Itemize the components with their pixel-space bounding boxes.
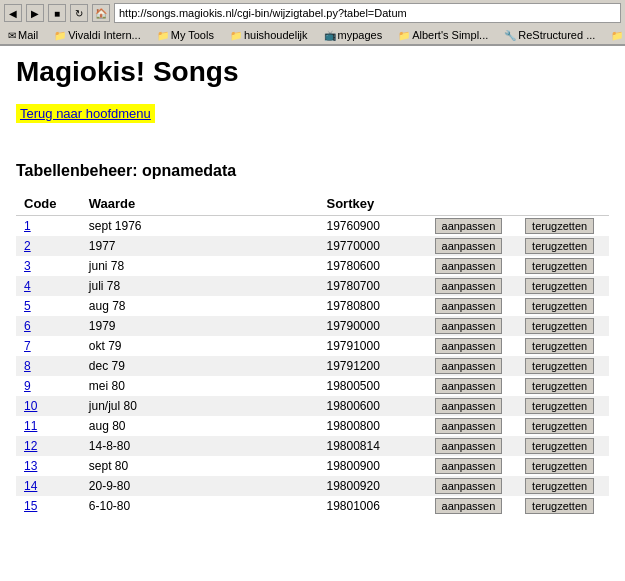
bookmark-vivaldi-label: Vivaldi Intern... xyxy=(68,29,141,41)
aanpassen-button[interactable]: aanpassen xyxy=(435,418,503,434)
nav-stop-button[interactable]: ■ xyxy=(48,4,66,22)
aanpassen-button[interactable]: aanpassen xyxy=(435,338,503,354)
bookmark-mail[interactable]: ✉ Mail xyxy=(4,28,42,42)
cell-sortkey: 19791000 xyxy=(318,336,426,356)
aanpassen-button[interactable]: aanpassen xyxy=(435,498,503,514)
cell-code[interactable]: 1 xyxy=(16,216,81,237)
terugzetten-button[interactable]: terugzetten xyxy=(525,258,594,274)
aanpassen-button[interactable]: aanpassen xyxy=(435,318,503,334)
terugzetten-button[interactable]: terugzetten xyxy=(525,318,594,334)
page-content: Magiokis! Songs Terug naar hoofdmenu Tab… xyxy=(0,46,625,526)
cell-code[interactable]: 11 xyxy=(16,416,81,436)
cell-code[interactable]: 2 xyxy=(16,236,81,256)
aanpassen-button[interactable]: aanpassen xyxy=(435,278,503,294)
terugzetten-button[interactable]: terugzetten xyxy=(525,478,594,494)
cell-code[interactable]: 15 xyxy=(16,496,81,516)
nav-back-button[interactable]: ◀ xyxy=(4,4,22,22)
cell-terugzetten: terugzetten xyxy=(517,236,609,256)
cell-code[interactable]: 7 xyxy=(16,336,81,356)
cell-waarde: 20-9-80 xyxy=(81,476,319,496)
cell-code[interactable]: 8 xyxy=(16,356,81,376)
cell-aanpassen: aanpassen xyxy=(427,456,518,476)
aanpassen-button[interactable]: aanpassen xyxy=(435,398,503,414)
cell-terugzetten: terugzetten xyxy=(517,476,609,496)
cell-terugzetten: terugzetten xyxy=(517,276,609,296)
address-bar[interactable] xyxy=(114,3,621,23)
cell-waarde: jun/jul 80 xyxy=(81,396,319,416)
cell-terugzetten: terugzetten xyxy=(517,216,609,237)
bookmark-mytools[interactable]: 📁 My Tools xyxy=(153,28,218,42)
bookmarks-bar: ✉ Mail 📁 Vivaldi Intern... 📁 My Tools 📁 … xyxy=(0,26,625,45)
terugzetten-button[interactable]: terugzetten xyxy=(525,278,594,294)
cell-code[interactable]: 10 xyxy=(16,396,81,416)
terugzetten-button[interactable]: terugzetten xyxy=(525,398,594,414)
aanpassen-button[interactable]: aanpassen xyxy=(435,218,503,234)
cell-sortkey: 19790000 xyxy=(318,316,426,336)
cell-code[interactable]: 13 xyxy=(16,456,81,476)
aanpassen-button[interactable]: aanpassen xyxy=(435,298,503,314)
nav-home-button[interactable]: 🏠 xyxy=(92,4,110,22)
table-row: 11aug 8019800800aanpassenterugzetten xyxy=(16,416,609,436)
cell-waarde: aug 78 xyxy=(81,296,319,316)
terugzetten-button[interactable]: terugzetten xyxy=(525,378,594,394)
cell-code[interactable]: 12 xyxy=(16,436,81,456)
cell-aanpassen: aanpassen xyxy=(427,476,518,496)
cell-code[interactable]: 3 xyxy=(16,256,81,276)
cell-aanpassen: aanpassen xyxy=(427,496,518,516)
table-row: 8dec 7919791200aanpassenterugzetten xyxy=(16,356,609,376)
nav-reload-button[interactable]: ↻ xyxy=(70,4,88,22)
terugzetten-button[interactable]: terugzetten xyxy=(525,458,594,474)
folder-icon-3: 📁 xyxy=(230,30,242,41)
bookmark-restructured-label: ReStructured ... xyxy=(518,29,595,41)
cell-code[interactable]: 6 xyxy=(16,316,81,336)
aanpassen-button[interactable]: aanpassen xyxy=(435,438,503,454)
nav-forward-button[interactable]: ▶ xyxy=(26,4,44,22)
table-row: 7okt 7919791000aanpassenterugzetten xyxy=(16,336,609,356)
cell-sortkey: 19800920 xyxy=(318,476,426,496)
terugzetten-button[interactable]: terugzetten xyxy=(525,298,594,314)
back-link[interactable]: Terug naar hoofdmenu xyxy=(16,104,155,123)
bookmark-comics[interactable]: 📁 Comics xyxy=(607,28,625,42)
aanpassen-button[interactable]: aanpassen xyxy=(435,478,503,494)
cell-terugzetten: terugzetten xyxy=(517,376,609,396)
terugzetten-button[interactable]: terugzetten xyxy=(525,418,594,434)
cell-waarde: 6-10-80 xyxy=(81,496,319,516)
bookmark-alberts[interactable]: 📁 Albert's Simpl... xyxy=(394,28,492,42)
cell-aanpassen: aanpassen xyxy=(427,436,518,456)
cell-code[interactable]: 14 xyxy=(16,476,81,496)
cell-terugzetten: terugzetten xyxy=(517,296,609,316)
aanpassen-button[interactable]: aanpassen xyxy=(435,258,503,274)
cell-sortkey: 19800900 xyxy=(318,456,426,476)
data-table: Code Waarde Sortkey 1sept 197619760900aa… xyxy=(16,192,609,516)
table-row: 9mei 8019800500aanpassenterugzetten xyxy=(16,376,609,396)
cell-terugzetten: terugzetten xyxy=(517,416,609,436)
terugzetten-button[interactable]: terugzetten xyxy=(525,338,594,354)
table-row: 3juni 7819780600aanpassenterugzetten xyxy=(16,256,609,276)
cell-code[interactable]: 4 xyxy=(16,276,81,296)
bookmark-huishoudelijk[interactable]: 📁 huishoudelijk xyxy=(226,28,312,42)
terugzetten-button[interactable]: terugzetten xyxy=(525,438,594,454)
terugzetten-button[interactable]: terugzetten xyxy=(525,238,594,254)
cell-code[interactable]: 5 xyxy=(16,296,81,316)
col-header-waarde: Waarde xyxy=(81,192,319,216)
terugzetten-button[interactable]: terugzetten xyxy=(525,358,594,374)
bookmark-vivaldi[interactable]: 📁 Vivaldi Intern... xyxy=(50,28,145,42)
aanpassen-button[interactable]: aanpassen xyxy=(435,238,503,254)
cell-sortkey: 19800600 xyxy=(318,396,426,416)
cell-code[interactable]: 9 xyxy=(16,376,81,396)
bookmark-mypages[interactable]: 📺 mypages xyxy=(320,28,387,42)
aanpassen-button[interactable]: aanpassen xyxy=(435,358,503,374)
cell-waarde: sept 80 xyxy=(81,456,319,476)
terugzetten-button[interactable]: terugzetten xyxy=(525,218,594,234)
toolbar: ◀ ▶ ■ ↻ 🏠 xyxy=(0,0,625,26)
bookmark-mytools-label: My Tools xyxy=(171,29,214,41)
tool-icon: 🔧 xyxy=(504,30,516,41)
table-body: 1sept 197619760900aanpassenterugzetten21… xyxy=(16,216,609,517)
cell-aanpassen: aanpassen xyxy=(427,336,518,356)
terugzetten-button[interactable]: terugzetten xyxy=(525,498,594,514)
mail-icon: ✉ xyxy=(8,30,16,41)
col-header-actions1 xyxy=(427,192,518,216)
aanpassen-button[interactable]: aanpassen xyxy=(435,458,503,474)
bookmark-restructured[interactable]: 🔧 ReStructured ... xyxy=(500,28,599,42)
aanpassen-button[interactable]: aanpassen xyxy=(435,378,503,394)
